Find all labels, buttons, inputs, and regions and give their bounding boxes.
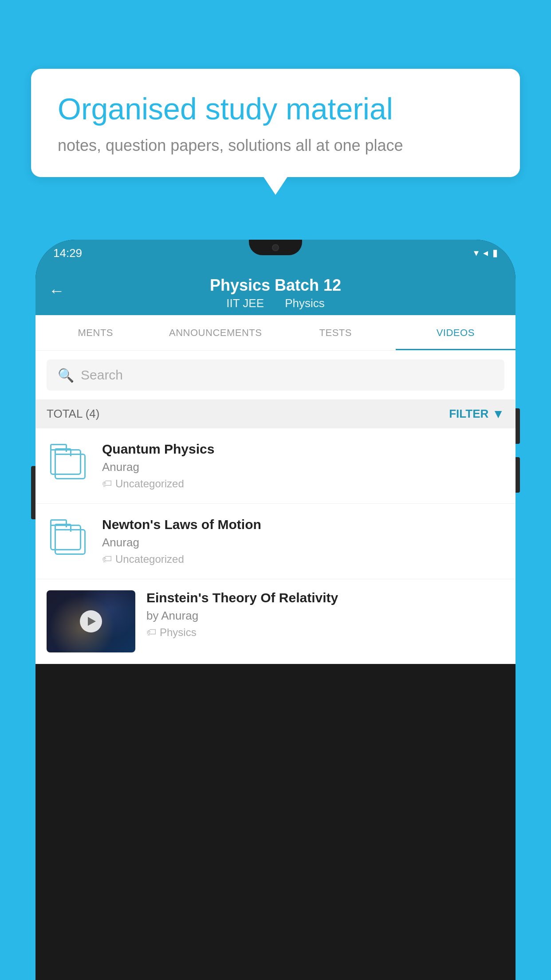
tab-videos[interactable]: VIDEOS xyxy=(396,315,516,350)
speech-bubble-container: Organised study material notes, question… xyxy=(31,69,520,177)
video-title-einstein: Einstein's Theory Of Relativity xyxy=(146,590,504,605)
video-thumb-newton xyxy=(47,525,91,558)
status-time: 14:29 xyxy=(53,246,82,260)
filter-icon: ▼ xyxy=(492,407,504,421)
search-icon: 🔍 xyxy=(58,368,74,383)
video-thumbnail-einstein xyxy=(47,590,135,652)
video-thumb-quantum xyxy=(47,449,91,482)
video-tag-quantum: 🏷 Uncategorized xyxy=(102,478,504,490)
folder-icon-quantum xyxy=(50,449,88,482)
search-input[interactable]: 🔍 Search xyxy=(47,360,504,391)
tab-announcements[interactable]: ANNOUNCEMENTS xyxy=(156,315,276,350)
search-container: 🔍 Search xyxy=(35,351,516,399)
tab-tests[interactable]: TESTS xyxy=(276,315,396,350)
tab-bar: MENTS ANNOUNCEMENTS TESTS VIDEOS xyxy=(35,315,516,351)
tag-label-newton: Uncategorized xyxy=(115,553,184,565)
tag-icon-quantum: 🏷 xyxy=(102,478,112,490)
video-item-newton[interactable]: Newton's Laws of Motion Anurag 🏷 Uncateg… xyxy=(35,504,516,579)
subtitle-iitjee: IIT JEE xyxy=(226,296,264,310)
video-author-newton: Anurag xyxy=(102,536,504,549)
folder-icon-newton xyxy=(50,525,88,558)
video-author-einstein: by Anurag xyxy=(146,609,504,623)
video-title-quantum: Quantum Physics xyxy=(102,442,504,457)
video-item-quantum[interactable]: Quantum Physics Anurag 🏷 Uncategorized xyxy=(35,428,516,504)
play-icon-einstein xyxy=(88,617,96,626)
filter-button[interactable]: FILTER ▼ xyxy=(449,407,504,421)
bubble-title: Organised study material xyxy=(58,91,493,127)
filter-bar: TOTAL (4) FILTER ▼ xyxy=(35,399,516,428)
battery-icon: ▮ xyxy=(492,247,498,259)
tag-icon-einstein: 🏷 xyxy=(146,627,156,638)
app-bar: ← Physics Batch 12 IIT JEE Physics xyxy=(35,266,516,315)
filter-label: FILTER xyxy=(449,407,488,421)
video-info-newton: Newton's Laws of Motion Anurag 🏷 Uncateg… xyxy=(102,517,504,565)
video-info-einstein: Einstein's Theory Of Relativity by Anura… xyxy=(146,590,504,639)
tag-label-quantum: Uncategorized xyxy=(115,478,184,490)
notch xyxy=(249,240,302,255)
app-bar-subtitle: IIT JEE Physics xyxy=(222,296,329,310)
wifi-icon: ▾ xyxy=(474,247,479,259)
video-tag-newton: 🏷 Uncategorized xyxy=(102,553,504,565)
total-count: TOTAL (4) xyxy=(47,407,99,421)
play-button-einstein[interactable] xyxy=(80,610,102,632)
app-bar-title: Physics Batch 12 xyxy=(210,276,341,295)
search-placeholder: Search xyxy=(81,368,123,383)
signal-icon: ◂ xyxy=(483,247,488,259)
subtitle-physics: Physics xyxy=(285,296,325,310)
video-author-quantum: Anurag xyxy=(102,460,504,474)
video-title-newton: Newton's Laws of Motion xyxy=(102,517,504,532)
camera xyxy=(272,244,279,251)
tab-ments[interactable]: MENTS xyxy=(35,315,156,350)
video-tag-einstein: 🏷 Physics xyxy=(146,626,504,639)
phone-frame: 14:29 ▾ ◂ ▮ ← Physics Batch 12 IIT JEE P… xyxy=(35,240,516,980)
status-icons: ▾ ◂ ▮ xyxy=(474,247,498,259)
content-area: Quantum Physics Anurag 🏷 Uncategorized N… xyxy=(35,428,516,664)
back-button[interactable]: ← xyxy=(49,281,65,300)
speech-bubble: Organised study material notes, question… xyxy=(31,69,520,177)
tag-label-einstein: Physics xyxy=(160,626,197,639)
video-info-quantum: Quantum Physics Anurag 🏷 Uncategorized xyxy=(102,442,504,490)
bubble-subtitle: notes, question papers, solutions all at… xyxy=(58,136,493,155)
tag-icon-newton: 🏷 xyxy=(102,553,112,565)
video-item-einstein[interactable]: Einstein's Theory Of Relativity by Anura… xyxy=(35,579,516,664)
